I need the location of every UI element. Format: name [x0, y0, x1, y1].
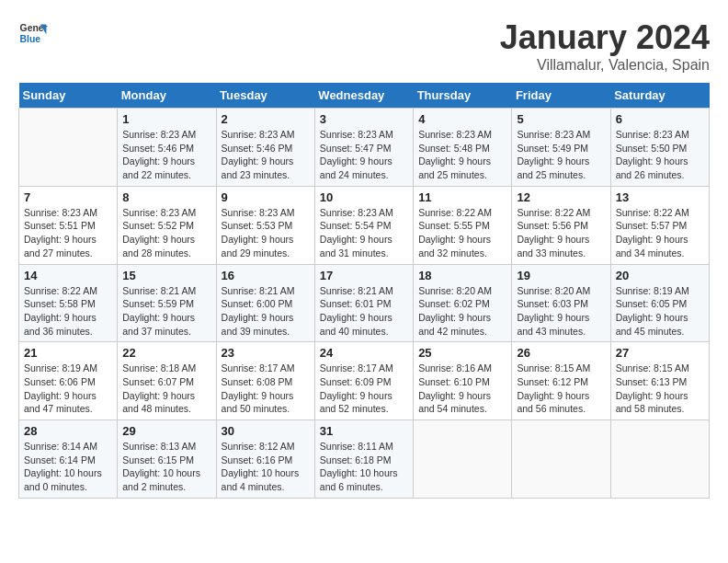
day-number: 26 — [517, 346, 605, 360]
day-number: 14 — [24, 269, 112, 282]
day-info: Sunrise: 8:15 AM Sunset: 6:13 PM Dayligh… — [616, 362, 704, 416]
day-cell: 14Sunrise: 8:22 AM Sunset: 5:58 PM Dayli… — [19, 264, 118, 342]
day-cell — [19, 109, 118, 187]
day-number: 18 — [418, 269, 506, 282]
day-info: Sunrise: 8:14 AM Sunset: 6:14 PM Dayligh… — [24, 440, 112, 494]
week-row: 28Sunrise: 8:14 AM Sunset: 6:14 PM Dayli… — [19, 420, 710, 499]
day-info: Sunrise: 8:22 AM Sunset: 5:58 PM Dayligh… — [24, 284, 112, 339]
day-cell: 13Sunrise: 8:22 AM Sunset: 5:57 PM Dayli… — [610, 186, 709, 264]
calendar-title: January 2024 — [500, 18, 710, 57]
day-cell: 9Sunrise: 8:23 AM Sunset: 5:53 PM Daylig… — [216, 186, 314, 264]
header-row: SundayMondayTuesdayWednesdayThursdayFrid… — [19, 83, 710, 109]
svg-text:Blue: Blue — [20, 34, 41, 44]
day-number: 5 — [517, 112, 605, 126]
day-number: 27 — [616, 346, 704, 360]
day-cell: 31Sunrise: 8:11 AM Sunset: 6:18 PM Dayli… — [314, 420, 413, 499]
day-cell: 15Sunrise: 8:21 AM Sunset: 5:59 PM Dayli… — [118, 264, 216, 342]
day-cell: 6Sunrise: 8:23 AM Sunset: 5:50 PM Daylig… — [610, 109, 709, 187]
day-info: Sunrise: 8:21 AM Sunset: 6:00 PM Dayligh… — [222, 284, 310, 339]
day-info: Sunrise: 8:23 AM Sunset: 5:46 PM Dayligh… — [122, 128, 210, 182]
day-cell: 16Sunrise: 8:21 AM Sunset: 6:00 PM Dayli… — [216, 264, 314, 342]
day-cell: 25Sunrise: 8:16 AM Sunset: 6:10 PM Dayli… — [414, 342, 512, 420]
day-info: Sunrise: 8:23 AM Sunset: 5:47 PM Dayligh… — [320, 128, 408, 182]
day-cell: 29Sunrise: 8:13 AM Sunset: 6:15 PM Dayli… — [118, 420, 216, 499]
week-row: 14Sunrise: 8:22 AM Sunset: 5:58 PM Dayli… — [19, 264, 710, 342]
day-number: 3 — [320, 112, 408, 126]
day-info: Sunrise: 8:16 AM Sunset: 6:10 PM Dayligh… — [418, 362, 506, 416]
day-cell: 17Sunrise: 8:21 AM Sunset: 6:01 PM Dayli… — [314, 264, 413, 342]
day-cell: 5Sunrise: 8:23 AM Sunset: 5:49 PM Daylig… — [512, 109, 610, 187]
day-cell: 12Sunrise: 8:22 AM Sunset: 5:56 PM Dayli… — [512, 186, 610, 264]
day-number: 2 — [222, 112, 310, 126]
day-info: Sunrise: 8:21 AM Sunset: 5:59 PM Dayligh… — [122, 284, 210, 339]
day-info: Sunrise: 8:17 AM Sunset: 6:08 PM Dayligh… — [222, 362, 310, 416]
day-info: Sunrise: 8:15 AM Sunset: 6:12 PM Dayligh… — [517, 362, 605, 416]
day-cell: 28Sunrise: 8:14 AM Sunset: 6:14 PM Dayli… — [19, 420, 118, 499]
day-info: Sunrise: 8:22 AM Sunset: 5:56 PM Dayligh… — [517, 206, 605, 260]
day-info: Sunrise: 8:23 AM Sunset: 5:48 PM Dayligh… — [418, 128, 506, 182]
day-number: 21 — [24, 346, 112, 360]
day-info: Sunrise: 8:20 AM Sunset: 6:03 PM Dayligh… — [517, 284, 605, 339]
day-number: 28 — [24, 424, 112, 438]
day-cell: 8Sunrise: 8:23 AM Sunset: 5:52 PM Daylig… — [118, 186, 216, 264]
day-number: 1 — [122, 112, 210, 126]
week-row: 7Sunrise: 8:23 AM Sunset: 5:51 PM Daylig… — [19, 186, 710, 264]
day-info: Sunrise: 8:23 AM Sunset: 5:50 PM Dayligh… — [616, 128, 704, 182]
day-info: Sunrise: 8:18 AM Sunset: 6:07 PM Dayligh… — [122, 362, 210, 416]
day-number: 22 — [122, 346, 210, 360]
day-cell: 23Sunrise: 8:17 AM Sunset: 6:08 PM Dayli… — [216, 342, 314, 420]
day-cell — [512, 420, 610, 499]
day-cell: 11Sunrise: 8:22 AM Sunset: 5:55 PM Dayli… — [414, 186, 512, 264]
day-cell: 20Sunrise: 8:19 AM Sunset: 6:05 PM Dayli… — [610, 264, 709, 342]
logo-icon: General Blue — [18, 18, 48, 48]
day-cell: 21Sunrise: 8:19 AM Sunset: 6:06 PM Dayli… — [19, 342, 118, 420]
day-cell: 3Sunrise: 8:23 AM Sunset: 5:47 PM Daylig… — [314, 109, 413, 187]
day-cell — [610, 420, 709, 499]
day-info: Sunrise: 8:23 AM Sunset: 5:52 PM Dayligh… — [122, 206, 210, 260]
day-info: Sunrise: 8:22 AM Sunset: 5:57 PM Dayligh… — [616, 206, 704, 260]
day-cell: 24Sunrise: 8:17 AM Sunset: 6:09 PM Dayli… — [314, 342, 413, 420]
day-cell: 1Sunrise: 8:23 AM Sunset: 5:46 PM Daylig… — [118, 109, 216, 187]
day-info: Sunrise: 8:17 AM Sunset: 6:09 PM Dayligh… — [320, 362, 408, 416]
day-info: Sunrise: 8:22 AM Sunset: 5:55 PM Dayligh… — [418, 206, 506, 260]
header-cell-friday: Friday — [512, 83, 610, 109]
day-number: 9 — [222, 190, 310, 204]
header-cell-thursday: Thursday — [414, 83, 512, 109]
day-info: Sunrise: 8:20 AM Sunset: 6:02 PM Dayligh… — [418, 284, 506, 339]
day-number: 19 — [517, 269, 605, 282]
day-cell: 18Sunrise: 8:20 AM Sunset: 6:02 PM Dayli… — [414, 264, 512, 342]
day-info: Sunrise: 8:23 AM Sunset: 5:51 PM Dayligh… — [24, 206, 112, 260]
day-number: 11 — [418, 190, 506, 204]
header-cell-saturday: Saturday — [610, 83, 709, 109]
day-info: Sunrise: 8:11 AM Sunset: 6:18 PM Dayligh… — [320, 440, 408, 494]
day-info: Sunrise: 8:23 AM Sunset: 5:49 PM Dayligh… — [517, 128, 605, 182]
day-number: 4 — [418, 112, 506, 126]
day-cell: 26Sunrise: 8:15 AM Sunset: 6:12 PM Dayli… — [512, 342, 610, 420]
calendar-table: SundayMondayTuesdayWednesdayThursdayFrid… — [18, 83, 710, 499]
day-number: 10 — [320, 190, 408, 204]
page-header: General Blue January 2024 Villamalur, Va… — [18, 18, 710, 74]
day-number: 29 — [122, 424, 210, 438]
day-info: Sunrise: 8:23 AM Sunset: 5:46 PM Dayligh… — [222, 128, 310, 182]
day-number: 20 — [616, 269, 704, 282]
title-area: January 2024 Villamalur, Valencia, Spain — [500, 18, 710, 74]
day-info: Sunrise: 8:19 AM Sunset: 6:05 PM Dayligh… — [616, 284, 704, 339]
day-number: 12 — [517, 190, 605, 204]
day-info: Sunrise: 8:21 AM Sunset: 6:01 PM Dayligh… — [320, 284, 408, 339]
day-info: Sunrise: 8:12 AM Sunset: 6:16 PM Dayligh… — [222, 440, 310, 494]
day-number: 24 — [320, 346, 408, 360]
day-cell: 7Sunrise: 8:23 AM Sunset: 5:51 PM Daylig… — [19, 186, 118, 264]
week-row: 1Sunrise: 8:23 AM Sunset: 5:46 PM Daylig… — [19, 109, 710, 187]
day-number: 8 — [122, 190, 210, 204]
day-info: Sunrise: 8:23 AM Sunset: 5:54 PM Dayligh… — [320, 206, 408, 260]
day-number: 6 — [616, 112, 704, 126]
day-cell: 27Sunrise: 8:15 AM Sunset: 6:13 PM Dayli… — [610, 342, 709, 420]
header-cell-wednesday: Wednesday — [314, 83, 413, 109]
day-number: 13 — [616, 190, 704, 204]
logo: General Blue — [18, 18, 48, 48]
day-info: Sunrise: 8:19 AM Sunset: 6:06 PM Dayligh… — [24, 362, 112, 416]
header-cell-monday: Monday — [118, 83, 216, 109]
day-info: Sunrise: 8:13 AM Sunset: 6:15 PM Dayligh… — [122, 440, 210, 494]
header-cell-sunday: Sunday — [19, 83, 118, 109]
day-cell: 19Sunrise: 8:20 AM Sunset: 6:03 PM Dayli… — [512, 264, 610, 342]
